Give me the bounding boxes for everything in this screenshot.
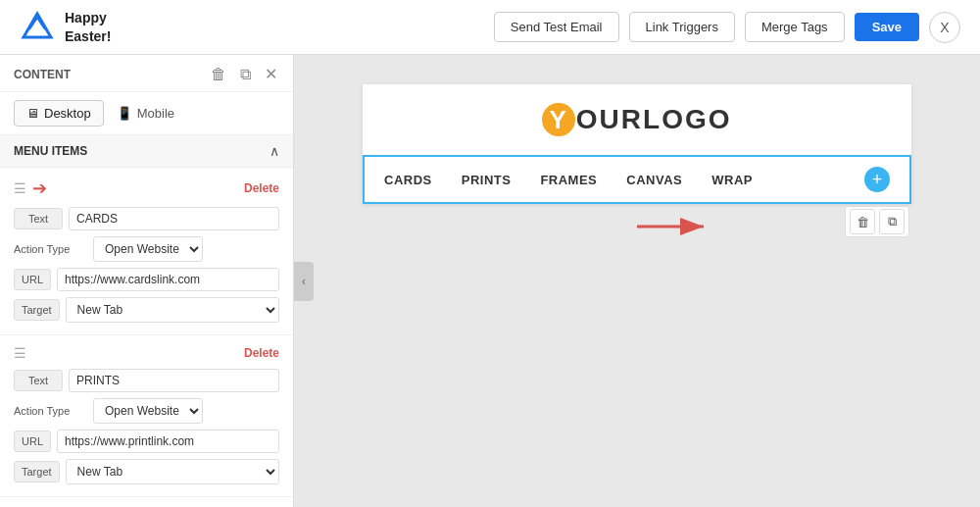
menu-item-card-2: ☰ Delete Text Action Type Open Website U…	[0, 335, 293, 497]
nav-copy-button[interactable]: ⧉	[879, 209, 905, 234]
target-row-1: Target New Tab	[14, 297, 279, 323]
header: Happy Easter! Send Test Email Link Trigg…	[0, 0, 980, 55]
right-canvas: ‹ YOURLOGO CARDS PRINTS	[294, 55, 980, 507]
menu-items-title: MENU ITEMS	[14, 144, 87, 158]
merge-tags-button[interactable]: Merge Tags	[745, 12, 845, 42]
panel-arrow-1: ➔	[32, 177, 47, 199]
url-input-1[interactable]	[57, 268, 279, 291]
target-label-2: Target	[14, 461, 60, 482]
delete-item-2-button[interactable]: Delete	[244, 346, 279, 360]
text-field-row-1: Text	[14, 207, 279, 230]
canvas-arrow-svg	[637, 212, 715, 241]
nav-item-canvas[interactable]: CANVAS	[626, 173, 682, 187]
delete-item-1-button[interactable]: Delete	[244, 181, 279, 195]
app-title: Happy Easter!	[65, 9, 111, 44]
nav-add-button[interactable]: +	[864, 167, 890, 192]
drag-area-2: ☰	[14, 345, 32, 361]
send-test-email-button[interactable]: Send Test Email	[494, 12, 619, 42]
drag-handle-2[interactable]: ☰	[14, 345, 26, 361]
url-input-2[interactable]	[57, 430, 279, 453]
action-type-label-1: Action Type	[14, 243, 87, 255]
content-header: CONTENT 🗑 ⧉ ✕	[0, 55, 293, 92]
menu-item-card-1: ☰ ➔ Delete Text Action Type Open Website	[0, 168, 293, 335]
menu-item-top-1: ☰ ➔ Delete	[14, 177, 279, 199]
text-label-2: Text	[14, 370, 63, 391]
nav-actions: 🗑 ⧉	[845, 206, 909, 237]
text-label-1: Text	[14, 208, 63, 229]
text-field-row-2: Text	[14, 369, 279, 392]
content-actions: 🗑 ⧉ ✕	[209, 65, 279, 83]
action-type-select-1[interactable]: Open Website	[93, 236, 203, 262]
action-row-2: Action Type Open Website	[14, 398, 279, 424]
tab-desktop[interactable]: 🖥 Desktop	[14, 100, 104, 127]
tab-mobile-label: Mobile	[137, 106, 174, 121]
nav-item-cards[interactable]: CARDS	[384, 173, 432, 187]
link-triggers-button[interactable]: Link Triggers	[629, 12, 735, 42]
nav-item-frames[interactable]: FRAMES	[540, 173, 597, 187]
delete-content-button[interactable]: 🗑	[209, 66, 228, 83]
nav-item-prints[interactable]: PRINTS	[462, 173, 512, 187]
nav-item-wrap[interactable]: WRAP	[711, 173, 753, 187]
mobile-icon: 📱	[117, 106, 132, 121]
drag-area-1: ☰ ➔	[14, 177, 47, 199]
action-type-label-2: Action Type	[14, 405, 87, 417]
text-input-1[interactable]	[69, 207, 279, 230]
close-panel-button[interactable]: ✕	[263, 65, 279, 83]
menu-item-top-2: ☰ Delete	[14, 345, 279, 361]
action-row-1: Action Type Open Website	[14, 236, 279, 262]
url-label-2: URL	[14, 431, 51, 452]
yourlogo: YOURLOGO	[382, 104, 892, 135]
collapse-handle[interactable]: ‹	[294, 262, 314, 301]
target-select-1[interactable]: New Tab	[66, 297, 279, 323]
close-button[interactable]: X	[929, 12, 960, 43]
header-right: Send Test Email Link Triggers Merge Tags…	[494, 12, 960, 43]
logo-bar: YOURLOGO	[363, 84, 911, 155]
main: CONTENT 🗑 ⧉ ✕ 🖥 Desktop 📱 Mobile MENU IT…	[0, 55, 980, 507]
device-tabs: 🖥 Desktop 📱 Mobile	[0, 92, 293, 135]
email-preview: YOURLOGO CARDS PRINTS FRAMES CANVAS WRAP…	[363, 84, 911, 204]
header-left: Happy Easter!	[20, 9, 111, 44]
collapse-menu-items-button[interactable]: ∧	[270, 143, 279, 159]
target-label-1: Target	[14, 299, 60, 321]
logo-rest: OURLOGO	[576, 104, 732, 134]
left-panel: CONTENT 🗑 ⧉ ✕ 🖥 Desktop 📱 Mobile MENU IT…	[0, 55, 294, 507]
target-row-2: Target New Tab	[14, 459, 279, 484]
menu-items-header: MENU ITEMS ∧	[0, 135, 293, 168]
nav-delete-button[interactable]: 🗑	[850, 209, 875, 234]
url-row-2: URL	[14, 430, 279, 453]
url-row-1: URL	[14, 268, 279, 291]
drag-handle-1[interactable]: ☰	[14, 180, 26, 196]
target-select-2[interactable]: New Tab	[66, 459, 279, 484]
canvas-arrow-wrapper	[637, 212, 715, 244]
panel-scroll: ☰ ➔ Delete Text Action Type Open Website	[0, 168, 293, 507]
text-input-2[interactable]	[69, 369, 279, 392]
tab-mobile[interactable]: 📱 Mobile	[104, 100, 187, 127]
tab-desktop-label: Desktop	[44, 106, 91, 121]
copy-content-button[interactable]: ⧉	[238, 66, 253, 83]
url-label-1: URL	[14, 269, 51, 290]
nav-bar-wrapper: CARDS PRINTS FRAMES CANVAS WRAP + 🗑 ⧉	[363, 155, 911, 204]
nav-bar: CARDS PRINTS FRAMES CANVAS WRAP +	[365, 157, 909, 202]
logo-y-letter: Y	[542, 103, 574, 136]
menu-item-card-3: ☰ Delete	[0, 497, 293, 507]
desktop-icon: 🖥	[26, 106, 39, 121]
content-title: CONTENT	[14, 68, 71, 81]
save-button[interactable]: Save	[855, 13, 919, 41]
action-type-select-2[interactable]: Open Website	[93, 398, 203, 424]
app-logo-icon	[20, 10, 55, 45]
